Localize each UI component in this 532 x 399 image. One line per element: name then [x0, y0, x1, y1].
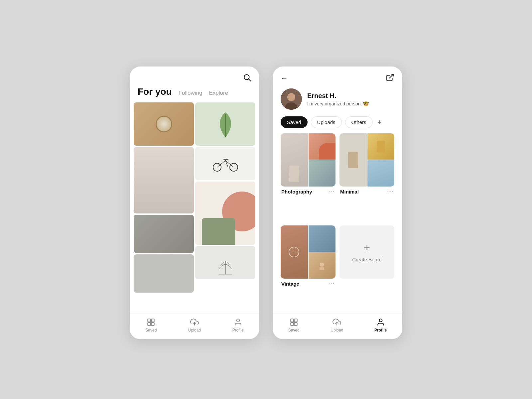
svg-point-12	[236, 319, 239, 322]
tab-for-you[interactable]: For you	[138, 86, 172, 97]
svg-rect-26	[320, 267, 324, 270]
svg-rect-9	[148, 323, 151, 326]
right-bottom-nav: Saved Upload Profile	[273, 314, 402, 339]
board-minimal[interactable]: Minimal ···	[339, 133, 394, 221]
svg-line-1	[249, 79, 251, 81]
filter-tab-others[interactable]: Others	[345, 116, 373, 128]
board-minimal-name: Minimal	[340, 189, 359, 195]
profile-bio: I'm very organized person. 🤓	[307, 101, 394, 106]
right-nav-saved[interactable]: Saved	[288, 318, 300, 332]
board-create[interactable]: + Create Board	[339, 225, 394, 314]
image-tree[interactable]	[195, 246, 255, 279]
tab-explore[interactable]: Explore	[209, 90, 228, 96]
board-photography-menu[interactable]: ···	[329, 189, 335, 195]
avatar	[281, 88, 302, 110]
left-phone: For you Following Explore	[130, 66, 259, 339]
right-phone: ← Ernest H. I'm very organize	[273, 66, 402, 339]
svg-point-15	[287, 93, 295, 101]
right-nav-profile-label: Profile	[374, 328, 387, 332]
back-icon[interactable]: ←	[281, 74, 288, 82]
board-vintage[interactable]: Vintage ···	[281, 225, 335, 314]
right-nav-upload[interactable]: Upload	[331, 318, 343, 332]
svg-rect-17	[289, 166, 299, 182]
filter-tab-saved[interactable]: Saved	[281, 116, 308, 128]
filter-tabs: Saved Uploads Others +	[273, 116, 402, 133]
svg-point-25	[320, 263, 324, 267]
tab-following[interactable]: Following	[179, 90, 202, 96]
board-vintage-name: Vintage	[281, 281, 299, 287]
svg-rect-29	[291, 323, 294, 326]
nav-saved[interactable]: Saved	[145, 318, 157, 332]
board-minimal-menu[interactable]: ···	[387, 189, 394, 195]
left-header	[130, 66, 259, 86]
svg-rect-30	[294, 323, 297, 326]
nav-upload-label: Upload	[188, 328, 201, 332]
nav-upload[interactable]: Upload	[188, 318, 201, 332]
search-icon[interactable]	[243, 73, 251, 83]
profile-info: Ernest H. I'm very organized person. 🤓	[307, 92, 394, 106]
image-fashion[interactable]	[134, 147, 194, 213]
image-bike[interactable]	[195, 147, 255, 180]
svg-rect-28	[294, 319, 297, 322]
filter-plus-button[interactable]: +	[376, 118, 383, 127]
svg-rect-10	[151, 323, 154, 326]
right-nav-saved-label: Saved	[288, 328, 300, 332]
right-nav-upload-label: Upload	[331, 328, 343, 332]
nav-saved-label: Saved	[145, 328, 157, 332]
svg-rect-27	[291, 319, 294, 322]
right-col	[195, 102, 255, 314]
svg-point-32	[379, 319, 382, 322]
share-icon[interactable]	[386, 73, 394, 83]
image-furniture[interactable]	[134, 215, 194, 253]
left-tabs: For you Following Explore	[130, 86, 259, 102]
svg-rect-7	[148, 319, 151, 322]
image-room[interactable]	[134, 254, 194, 293]
create-board-label: Create Board	[352, 257, 382, 262]
nav-profile[interactable]: Profile	[232, 318, 244, 332]
svg-line-13	[389, 74, 393, 78]
image-leaf[interactable]	[195, 102, 255, 146]
left-col	[134, 102, 194, 314]
board-photography[interactable]: Photography ···	[281, 133, 335, 221]
board-photography-name: Photography	[281, 189, 312, 195]
image-radio[interactable]	[134, 102, 194, 146]
left-bottom-nav: Saved Upload Profile	[130, 314, 259, 339]
filter-tab-uploads[interactable]: Uploads	[311, 116, 342, 128]
content-grid	[130, 102, 259, 314]
boards-grid: Photography ···	[273, 133, 402, 314]
right-top-bar: ←	[273, 66, 402, 88]
svg-rect-8	[151, 319, 154, 322]
right-nav-profile[interactable]: Profile	[374, 318, 387, 332]
image-abstract[interactable]	[195, 182, 255, 245]
create-board-plus-icon: +	[364, 242, 370, 254]
phones-container: For you Following Explore	[130, 60, 402, 339]
board-vintage-menu[interactable]: ···	[329, 281, 335, 287]
profile-section: Ernest H. I'm very organized person. 🤓	[273, 88, 402, 116]
nav-profile-label: Profile	[232, 328, 244, 332]
profile-name: Ernest H.	[307, 92, 394, 100]
